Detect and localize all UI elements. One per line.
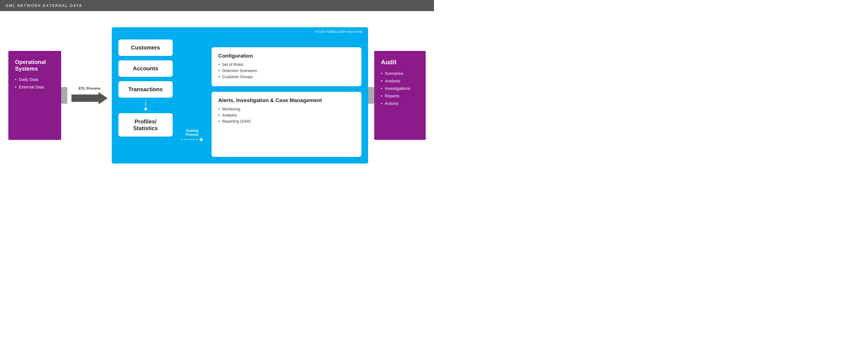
left-operational-box: Operational Systems Daily Data External … xyxy=(8,51,61,140)
config-list: Set of Rules Detection Scenarios Custome… xyxy=(218,62,355,79)
h-arrow-head xyxy=(200,138,203,142)
title-bar: AML NETWORK EXTERNAL DATA xyxy=(0,0,434,11)
alerts-box: Alerts, Investigation & Case Management … xyxy=(212,92,362,157)
config-item-0: Set of Rules xyxy=(218,62,355,67)
list-item-external: External Data xyxy=(15,85,55,89)
list-item-daily: Daily Data xyxy=(15,77,55,82)
title-bar-text: AML NETWORK EXTERNAL DATA xyxy=(6,3,82,8)
left-box-list: Daily Data External Data xyxy=(15,77,55,92)
right-box-list: Scenarios Analysis Investigations Report… xyxy=(381,71,419,109)
left-box-heading: Operational Systems xyxy=(15,59,55,72)
right-box-heading: Audit xyxy=(381,59,419,66)
right-connector-tab xyxy=(368,87,374,104)
audit-item-1: Analysis xyxy=(381,79,419,83)
audit-item-4: Actions xyxy=(381,101,419,106)
alerts-list: Monitoring Analysis Reporting (SAR) xyxy=(218,107,355,123)
v-dashed-line xyxy=(146,100,146,108)
scoring-process-area: Scoring Process xyxy=(181,39,203,157)
config-heading: Configuration xyxy=(218,53,355,59)
v-arrow-head xyxy=(144,108,148,111)
etl-arrow xyxy=(71,92,107,104)
diagram-area: Operational Systems Daily Data External … xyxy=(0,15,434,175)
right-audit-box: Audit Scenarios Analysis Investigations … xyxy=(374,51,426,140)
alerts-item-0: Monitoring xyxy=(218,107,355,111)
transactions-box: Transactions xyxy=(118,81,173,98)
config-box: Configuration Set of Rules Detection Sce… xyxy=(212,47,362,86)
fico-label: FICO® TONBELLER® Siron® AML xyxy=(315,30,363,33)
fico-box: FICO® TONBELLER® Siron® AML Customers Ac… xyxy=(112,27,368,164)
page-wrapper: AML NETWORK EXTERNAL DATA Operational Sy… xyxy=(0,0,434,178)
h-dashed-arrow xyxy=(181,138,203,142)
etl-label: ETL Process xyxy=(79,86,101,90)
fico-right-col: Configuration Set of Rules Detection Sce… xyxy=(212,39,362,157)
audit-item-3: Reports xyxy=(381,93,419,98)
h-dashed-line xyxy=(181,139,200,140)
config-item-1: Detection Scenarios xyxy=(218,68,355,73)
alerts-item-1: Analysis xyxy=(218,113,355,117)
down-dashed-arrow xyxy=(144,100,148,111)
etl-area: ETL Process xyxy=(67,86,112,104)
customers-box: Customers xyxy=(118,39,173,56)
accounts-box: Accounts xyxy=(118,60,173,77)
audit-item-0: Scenarios xyxy=(381,71,419,76)
left-data-col: Customers Accounts Transactions Profiles… xyxy=(118,39,173,157)
alerts-item-2: Reporting (SAR) xyxy=(218,119,355,123)
fico-content: Customers Accounts Transactions Profiles… xyxy=(118,39,362,157)
alerts-heading: Alerts, Investigation & Case Management xyxy=(218,97,355,104)
left-connector-tab xyxy=(61,87,67,104)
config-item-2: Customer Groups xyxy=(218,75,355,79)
scoring-label: Scoring Process xyxy=(186,129,199,137)
profiles-box: Profiles/Statistics xyxy=(118,113,173,137)
audit-item-2: Investigations xyxy=(381,86,419,91)
